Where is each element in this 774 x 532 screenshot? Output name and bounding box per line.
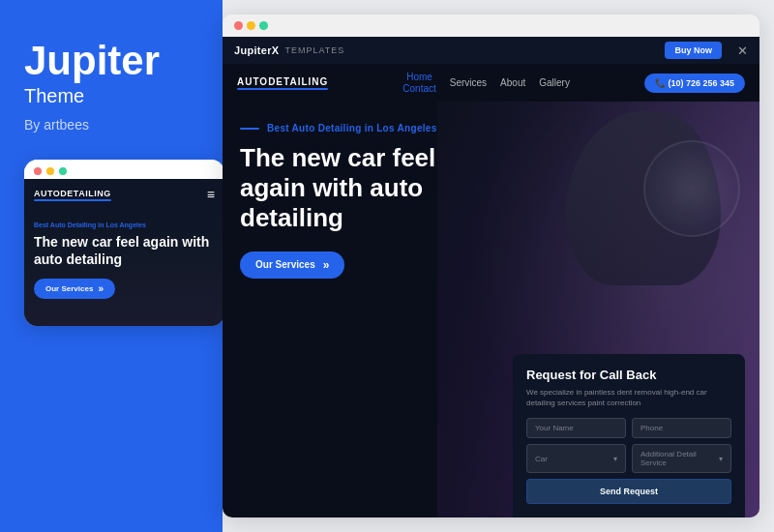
phone-number: (10) 726 256 345 [668, 78, 734, 88]
dot-yellow [46, 167, 54, 175]
dot-red [34, 167, 42, 175]
site-nav: AUTODETAILING Home Contact Services Abou… [223, 64, 759, 102]
right-panel: JupiterX TEMPLATES Buy Now ✕ AUTODETAILI… [223, 0, 774, 532]
mobile-cta-button[interactable]: Our Services » [34, 279, 115, 299]
browser-dot-green [259, 21, 268, 30]
templates-label: TEMPLATES [284, 45, 344, 55]
mobile-hero: Best Auto Detailing in Los Angeles The n… [24, 210, 224, 326]
car-select[interactable]: Car ▾ [526, 444, 626, 473]
browser-window: JupiterX TEMPLATES Buy Now ✕ AUTODETAILI… [223, 15, 759, 517]
nav-services[interactable]: Services [450, 77, 487, 88]
site-logo-bar [237, 88, 328, 90]
mobile-preview: AUTODETAILING ≡ Best Auto Detailing in L… [24, 160, 224, 326]
form-description: We specialize in paintless dent removal … [526, 387, 731, 408]
browser-dots [234, 21, 268, 30]
buy-now-button[interactable]: Buy Now [665, 42, 722, 59]
mobile-cta-arrow: » [98, 283, 104, 294]
send-request-button[interactable]: Send Request [526, 479, 731, 504]
site-logo: AUTODETAILING [237, 76, 328, 90]
left-panel: Jupiter Theme By artbees AUTODETAILING ≡… [0, 0, 223, 532]
jupiterx-name: JupiterX [234, 44, 279, 56]
nav-gallery[interactable]: Gallery [539, 77, 570, 88]
hero-tag-text: Best Auto Detailing in Los Angeles [267, 123, 437, 133]
author-label: By artbees [24, 117, 198, 133]
site-logo-text: AUTODETAILING [237, 76, 328, 87]
mobile-heading: The new car feel again with auto detaili… [34, 234, 215, 268]
form-row-selects: Car ▾ Additional Detail Service ▾ [526, 444, 731, 473]
nav-links: Home Contact Services About Gallery [402, 72, 570, 94]
services-cta-button[interactable]: Our Services » [240, 251, 344, 279]
theme-subtitle: Theme [24, 85, 198, 107]
services-cta-arrow: » [323, 258, 330, 272]
worker-tool [643, 140, 740, 237]
phone-button[interactable]: 📞 (10) 726 256 345 [644, 74, 745, 93]
mobile-top-bar [24, 160, 224, 179]
phone-icon: 📞 [655, 78, 669, 88]
browser-dot-red [234, 21, 243, 30]
services-cta-label: Our Services [255, 259, 315, 270]
hamburger-icon[interactable]: ≡ [207, 187, 215, 202]
mobile-cta-label: Our Services [45, 284, 93, 293]
phone-input[interactable]: Phone [632, 418, 731, 438]
callback-form: Request for Call Back We specialize in p… [513, 354, 745, 517]
browser-topbar [223, 15, 759, 37]
hero-content: Best Auto Detailing in Los Angeles The n… [223, 102, 518, 300]
nav-home[interactable]: Home Contact [402, 72, 435, 94]
service-select-arrow: ▾ [719, 455, 723, 463]
jupiterx-header-bar: JupiterX TEMPLATES Buy Now ✕ [223, 37, 759, 64]
mobile-logo-line [34, 199, 111, 201]
hero-heading: The new car feel again with auto detaili… [240, 143, 500, 234]
name-input[interactable]: Your Name [526, 418, 626, 438]
service-select-label: Additional Detail Service [640, 450, 719, 467]
mobile-logo: AUTODETAILING [34, 189, 111, 201]
theme-title: Jupiter [24, 39, 198, 83]
close-icon[interactable]: ✕ [737, 44, 748, 58]
hero-section: Best Auto Detailing in Los Angeles The n… [223, 102, 759, 517]
car-select-arrow: ▾ [613, 455, 617, 463]
hero-tag-line: Best Auto Detailing in Los Angeles [240, 123, 500, 133]
dot-green [59, 167, 67, 175]
browser-dot-yellow [247, 21, 255, 30]
car-select-label: Car [535, 455, 548, 463]
mobile-nav: AUTODETAILING ≡ [24, 179, 224, 210]
nav-about[interactable]: About [500, 77, 525, 88]
mobile-logo-text: AUTODETAILING [34, 189, 111, 198]
mobile-content: AUTODETAILING ≡ Best Auto Detailing in L… [24, 179, 224, 326]
jupiterx-brand: JupiterX TEMPLATES [234, 44, 344, 56]
service-select[interactable]: Additional Detail Service ▾ [632, 444, 731, 473]
mobile-tag: Best Auto Detailing in Los Angeles [34, 222, 215, 228]
form-row-name-phone: Your Name Phone [526, 418, 731, 438]
form-title: Request for Call Back [526, 368, 731, 382]
hero-tag-dash [240, 128, 259, 130]
